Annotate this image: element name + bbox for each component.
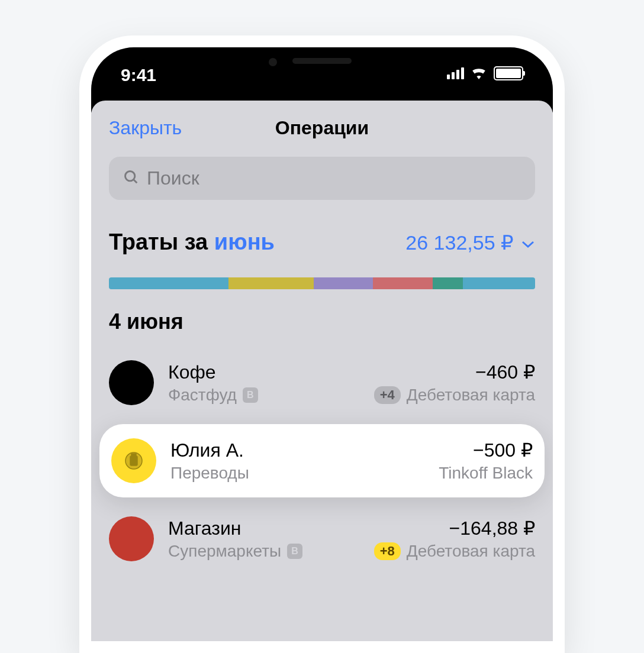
transaction-info: МагазинСупермаркетыB [168,518,360,561]
transaction-row[interactable]: Юлия А.Переводы−500 ₽Tinkoff Black [99,424,545,497]
transaction-account: +8Дебетовая карта [374,542,535,561]
transaction-right: −164,88 ₽+8Дебетовая карта [374,517,535,561]
transaction-category: ФастфудB [168,386,360,405]
page-title: Операции [275,117,369,139]
transaction-amount: −460 ₽ [475,361,535,383]
transaction-name: Кофе [168,361,360,383]
transaction-account: Tinkoff Black [439,464,533,483]
transaction-info: КофеФастфудB [168,361,360,405]
search-icon [123,169,140,188]
status-icons [447,65,523,82]
chevron-down-icon [521,231,535,254]
phone-frame: 9:41 Закрыть Операции [79,35,565,653]
svg-rect-4 [131,454,136,457]
status-time: 9:41 [121,65,156,85]
summary-month: июнь [214,229,275,254]
transaction-icon [109,516,154,561]
svg-line-1 [134,179,137,183]
search-placeholder: Поиск [147,167,199,189]
spending-bar[interactable] [109,277,535,289]
transaction-amount: −164,88 ₽ [449,517,535,539]
transaction-list: КофеФастфудB−460 ₽+4Дебетовая картаЮлия … [91,346,553,576]
spending-segment[interactable] [314,277,373,289]
spending-segment[interactable] [228,277,314,289]
spending-segment[interactable] [463,277,535,289]
transaction-right: −460 ₽+4Дебетовая карта [374,361,535,405]
svg-point-0 [125,171,135,180]
transaction-icon [109,360,154,405]
transaction-info: Юлия А.Переводы [170,439,424,483]
spending-summary[interactable]: Траты за июнь 26 132,55 ₽ [91,218,553,267]
spending-segment[interactable] [433,277,462,289]
transaction-account: +4Дебетовая карта [374,386,535,405]
count-badge: +8 [374,542,401,560]
date-header: 4 июня [91,307,553,346]
count-badge: +4 [374,386,401,404]
close-button[interactable]: Закрыть [109,117,182,139]
battery-icon [494,66,523,80]
transaction-right: −500 ₽Tinkoff Black [439,439,533,483]
category-badge-icon: B [243,387,258,403]
signal-icon [447,67,464,79]
summary-amount[interactable]: 26 132,55 ₽ [405,231,535,254]
phone-notch [218,47,426,83]
transaction-category: СупермаркетыB [168,542,360,561]
transaction-icon [111,438,156,483]
summary-label: Траты за июнь [109,229,275,255]
transaction-name: Магазин [168,518,360,539]
transaction-amount: −500 ₽ [473,439,533,461]
category-badge-icon: B [287,544,302,559]
spending-segment[interactable] [373,277,433,289]
transaction-row[interactable]: КофеФастфудB−460 ₽+4Дебетовая карта [91,346,553,419]
phone-screen: 9:41 Закрыть Операции [91,47,553,641]
nav-bar: Закрыть Операции [91,105,553,151]
transaction-category: Переводы [170,464,424,483]
search-input[interactable]: Поиск [109,157,535,200]
transaction-row[interactable]: МагазинСупермаркетыB−164,88 ₽+8Дебетовая… [91,502,553,576]
spending-segment[interactable] [109,277,228,289]
wifi-icon [470,65,488,82]
app-content: Закрыть Операции Поиск Траты за июнь 26 … [91,101,553,629]
transaction-name: Юлия А. [170,439,424,461]
